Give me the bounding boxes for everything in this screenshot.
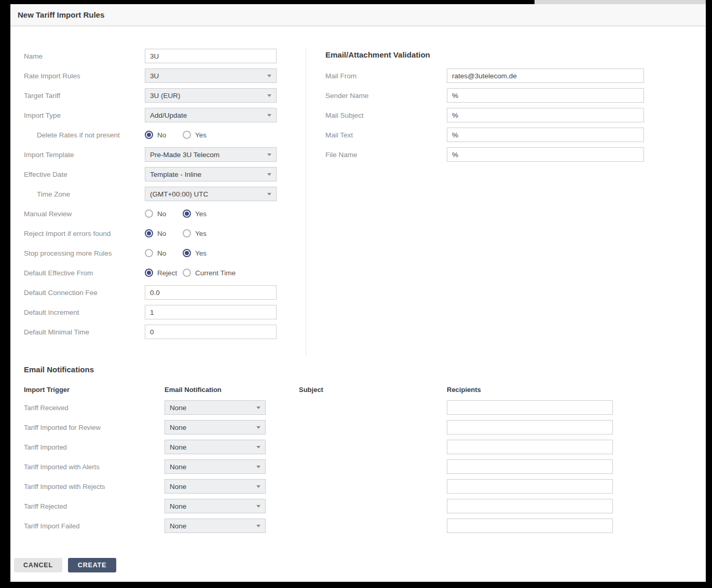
cancel-button[interactable]: CANCEL [14, 558, 62, 572]
default-increment-label: Default Increment [24, 309, 145, 316]
form-row-mail-subject: Mail Subject [325, 108, 668, 122]
default-minimal-time-input[interactable] [145, 325, 277, 339]
reject-import-if-errors-found-option-yes[interactable]: Yes [183, 229, 207, 237]
tariff-imported-for-review-recipients-input[interactable] [447, 420, 613, 435]
chevron-down-icon [256, 426, 261, 429]
import-template-label: Import Template [24, 151, 145, 159]
radio-icon [183, 131, 191, 139]
tariff-received-label: Tariff Received [24, 404, 69, 412]
target-tariff-select-value: 3U (EUR) [150, 92, 181, 100]
notification-row-tariff-imported-for-review: Tariff Imported for ReviewNone [24, 420, 699, 435]
form-row-name: Name [24, 49, 299, 63]
tariff-imported-recipients-input[interactable] [447, 440, 613, 454]
create-button[interactable]: CREATE [68, 558, 116, 572]
tariff-received-recipients-input[interactable] [447, 400, 613, 415]
tariff-imported-with-alerts-recipients-input[interactable] [447, 459, 613, 474]
tariff-rejected-label: Tariff Rejected [24, 502, 67, 510]
default-effective-from-option-reject[interactable]: Reject [145, 269, 183, 277]
radio-option-label: Yes [195, 230, 207, 237]
reject-import-if-errors-found-option-no[interactable]: No [145, 229, 183, 237]
import-type-label: Import Type [24, 111, 145, 119]
mail-from-input[interactable] [447, 68, 644, 83]
mail-text-input[interactable] [447, 128, 644, 142]
tariff-imported-with-rejects-label: Tariff Imported with Rejects [24, 483, 105, 491]
default-effective-from-option-current-time[interactable]: Current Time [183, 269, 236, 277]
time-zone-select[interactable]: (GMT+00:00) UTC [145, 187, 277, 201]
delete-rates-if-not-present-option-yes[interactable]: Yes [183, 131, 207, 139]
tariff-rejected-notification-select[interactable]: None [165, 499, 266, 513]
tariff-imported-for-review-notification-cell: None [165, 420, 299, 435]
chevron-down-icon [267, 173, 271, 176]
radio-icon [145, 249, 153, 257]
chevron-down-icon [267, 94, 271, 97]
radio-icon [145, 269, 153, 277]
notification-row-tariff-imported-with-rejects: Tariff Imported with RejectsNone [24, 479, 699, 494]
target-tariff-select[interactable]: 3U (EUR) [145, 88, 277, 103]
form-row-reject-import-if-errors-found: Reject Import if errors foundNoYes [24, 226, 299, 241]
email-attachment-validation-form: Mail FromSender NameMail SubjectMail Tex… [325, 68, 668, 162]
mail-text-control [447, 128, 644, 142]
form-row-default-increment: Default Increment [24, 305, 299, 319]
sender-name-control [447, 88, 644, 103]
chevron-down-icon [256, 525, 261, 527]
notification-row-tariff-rejected: Tariff RejectedNone [24, 499, 699, 513]
sender-name-input[interactable] [447, 88, 644, 103]
tariff-rejected-recipients-input[interactable] [447, 499, 613, 513]
tariff-import-failed-cell: Tariff Import Failed [24, 521, 165, 530]
form-row-time-zone: Time Zone(GMT+00:00) UTC [24, 187, 299, 201]
rate-import-rules-select[interactable]: 3U [145, 68, 277, 83]
tariff-imported-with-rejects-notification-select[interactable]: None [165, 479, 266, 494]
tariff-import-failed-notification-select-value: None [170, 522, 186, 530]
manual-review-option-no[interactable]: No [145, 209, 183, 218]
radio-icon [183, 269, 191, 277]
rate-import-rules-select-value: 3U [150, 72, 159, 80]
delete-rates-if-not-present-option-no[interactable]: No [145, 131, 183, 139]
import-template-select[interactable]: Pre-Made 3U Telecom [145, 147, 277, 162]
tariff-imported-notification-select-value: None [170, 443, 186, 451]
default-minimal-time-control [145, 325, 277, 339]
top-edge-strip [535, 0, 706, 4]
notification-row-tariff-imported: Tariff ImportedNone [24, 440, 699, 454]
name-input[interactable] [145, 49, 277, 63]
tariff-imported-for-review-notification-select-value: None [170, 424, 186, 431]
import-template-select-value: Pre-Made 3U Telecom [150, 151, 220, 159]
tariff-imported-with-rejects-notification-select-value: None [170, 483, 186, 491]
file-name-label: File Name [325, 151, 447, 159]
import-type-select[interactable]: Add/Update [145, 108, 277, 122]
chevron-down-icon [267, 153, 271, 156]
chevron-down-icon [267, 75, 271, 77]
manual-review-option-yes[interactable]: Yes [183, 209, 207, 218]
target-tariff-control: 3U (EUR) [145, 88, 277, 103]
stop-processing-more-rules-option-no[interactable]: No [145, 249, 183, 257]
effective-date-select[interactable]: Template - Inline [145, 167, 277, 181]
tariff-received-notification-select[interactable]: None [165, 400, 266, 415]
default-connection-fee-label: Default Connection Fee [24, 289, 145, 297]
tariff-received-cell: Tariff Received [24, 403, 165, 412]
tariff-import-failed-recipients-input[interactable] [447, 519, 613, 533]
stop-processing-more-rules-label: Stop processing more Rules [24, 249, 145, 257]
column-header-recipients: Recipients [447, 386, 614, 393]
reject-import-if-errors-found-radio-group: NoYes [145, 229, 277, 237]
default-effective-from-control: RejectCurrent Time [145, 269, 277, 277]
tariff-imported-for-review-notification-select[interactable]: None [165, 420, 266, 435]
column-header-subject: Subject [299, 386, 447, 393]
chevron-down-icon [256, 485, 261, 488]
mail-subject-input[interactable] [447, 108, 644, 122]
tariff-imported-with-alerts-notification-select[interactable]: None [165, 459, 266, 474]
default-increment-input[interactable] [145, 305, 277, 319]
manual-review-label: Manual Review [24, 210, 145, 218]
tariff-import-failed-notification-select[interactable]: None [165, 519, 266, 533]
stop-processing-more-rules-option-yes[interactable]: Yes [183, 249, 207, 257]
email-notifications-table-body: Tariff ReceivedNoneTariff Imported for R… [24, 400, 699, 533]
tariff-imported-notification-select[interactable]: None [165, 440, 266, 454]
default-connection-fee-input[interactable] [145, 285, 277, 300]
tariff-imported-with-rejects-recipients-input[interactable] [447, 479, 613, 494]
mail-subject-control [447, 108, 644, 122]
notification-row-tariff-received: Tariff ReceivedNone [24, 400, 699, 415]
radio-icon [183, 209, 191, 218]
notification-row-tariff-import-failed: Tariff Import FailedNone [24, 519, 699, 533]
effective-date-select-value: Template - Inline [150, 171, 201, 178]
delete-rates-if-not-present-radio-group: NoYes [145, 131, 277, 139]
sender-name-label: Sender Name [325, 92, 447, 100]
file-name-input[interactable] [447, 147, 644, 162]
